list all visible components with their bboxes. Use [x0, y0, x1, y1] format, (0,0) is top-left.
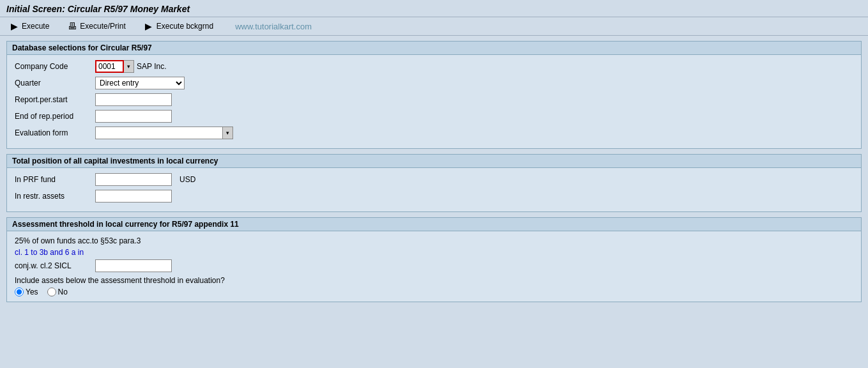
- yes-radio[interactable]: [15, 288, 24, 296]
- report-per-start-row: Report.per.start: [15, 93, 853, 106]
- assessment-threshold-section: Assessment threshold in local currency f…: [6, 217, 862, 302]
- section3-line1: 25% of own funds acc.to §53c para.3: [15, 236, 853, 245]
- execute-print-label: Execute/Print: [80, 22, 125, 31]
- conj-input[interactable]: [95, 259, 172, 272]
- end-of-rep-period-input[interactable]: [95, 110, 172, 123]
- execute-label: Execute: [22, 22, 49, 31]
- section3-body: 25% of own funds acc.to §53c para.3 cl. …: [7, 231, 861, 302]
- in-restr-assets-label: In restr. assets: [15, 192, 91, 201]
- section2-header: Total position of all capital investment…: [7, 155, 861, 168]
- database-selections-section: Database selections for Circular R5/97 C…: [6, 41, 862, 149]
- evaluation-form-label: Evaluation form: [15, 128, 91, 137]
- no-label: No: [58, 288, 68, 296]
- execute-icon: ▶: [9, 21, 19, 31]
- page-title: Initial Screen: Circular R5/97 Money Mar…: [6, 4, 190, 14]
- quarter-row: Quarter Direct entry Q1 Q2 Q3 Q4: [15, 77, 853, 89]
- company-code-lookup-button[interactable]: ▾: [124, 60, 134, 73]
- conj-label: conj.w. cl.2 SICL: [15, 261, 91, 270]
- in-restr-assets-row: In restr. assets: [15, 190, 853, 203]
- quarter-label: Quarter: [15, 79, 91, 88]
- yes-label: Yes: [26, 288, 38, 296]
- evaluation-form-dropdown-button[interactable]: ▾: [223, 126, 233, 139]
- company-code-input-group: ▾ SAP Inc.: [95, 60, 166, 73]
- end-of-rep-period-row: End of rep.period: [15, 110, 853, 123]
- quarter-select[interactable]: Direct entry Q1 Q2 Q3 Q4: [95, 77, 185, 89]
- in-prf-fund-row: In PRF fund USD: [15, 173, 853, 186]
- in-restr-assets-input[interactable]: [95, 190, 172, 203]
- section3-header: Assessment threshold in local currency f…: [7, 218, 861, 231]
- no-radio-label[interactable]: No: [47, 288, 68, 296]
- company-code-label: Company Code: [15, 62, 91, 71]
- evaluation-form-row: Evaluation form ▾: [15, 126, 853, 139]
- bckgrnd-icon: ▶: [144, 21, 154, 31]
- total-position-section: Total position of all capital investment…: [6, 154, 862, 212]
- conj-row: conj.w. cl.2 SICL: [15, 259, 853, 272]
- execute-bckgrnd-label: Execute bckgrnd: [156, 22, 213, 31]
- section2-body: In PRF fund USD In restr. assets: [7, 168, 861, 211]
- in-prf-fund-label: In PRF fund: [15, 175, 91, 184]
- section1-body: Company Code ▾ SAP Inc. Quarter Direct e…: [7, 55, 861, 148]
- company-code-input-wrapper: ▾: [95, 60, 134, 73]
- company-code-input[interactable]: [95, 60, 124, 73]
- execute-bckgrnd-button[interactable]: ▶ Execute bckgrnd: [141, 20, 216, 33]
- execute-print-button[interactable]: 🖶 Execute/Print: [65, 20, 128, 33]
- include-assets-label: Include assets below the assessment thre…: [15, 276, 853, 285]
- in-prf-fund-currency: USD: [179, 175, 195, 184]
- in-prf-fund-input[interactable]: [95, 173, 172, 186]
- no-radio[interactable]: [47, 288, 56, 296]
- report-per-start-label: Report.per.start: [15, 95, 91, 104]
- company-name: SAP Inc.: [137, 62, 166, 71]
- section1-header: Database selections for Circular R5/97: [7, 42, 861, 55]
- yes-radio-label[interactable]: Yes: [15, 288, 38, 296]
- yes-no-radio-group: Yes No: [15, 288, 853, 296]
- execute-button[interactable]: ▶ Execute: [6, 20, 52, 33]
- report-per-start-input[interactable]: [95, 93, 172, 106]
- evaluation-form-input[interactable]: [95, 126, 223, 139]
- print-icon: 🖶: [67, 21, 77, 31]
- title-bar: Initial Screen: Circular R5/97 Money Mar…: [0, 0, 868, 17]
- toolbar: ▶ Execute 🖶 Execute/Print ▶ Execute bckg…: [0, 17, 868, 36]
- main-content: Database selections for Circular R5/97 C…: [0, 36, 868, 307]
- section3-line2: cl. 1 to 3b and 6 a in: [15, 248, 853, 257]
- watermark: www.tutorialkart.com: [235, 22, 312, 31]
- evaluation-form-input-wrapper: ▾: [95, 126, 233, 139]
- end-of-rep-period-label: End of rep.period: [15, 112, 91, 121]
- company-code-row: Company Code ▾ SAP Inc.: [15, 60, 853, 73]
